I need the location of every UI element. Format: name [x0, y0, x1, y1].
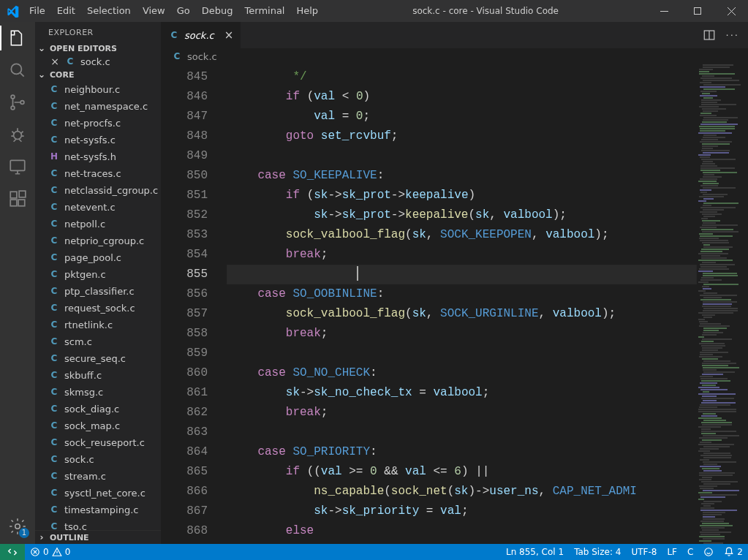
file-item[interactable]: Hnet-sysfs.h	[35, 148, 161, 165]
file-item[interactable]: Crequest_sock.c	[35, 300, 161, 317]
editor-content[interactable]: */ if (val < 0) val = 0; goto set_rcvbuf…	[227, 64, 697, 544]
explorer-icon[interactable]	[7, 28, 28, 48]
menu-go[interactable]: Go	[171, 0, 196, 22]
file-item[interactable]: Cnet-sysfs.c	[35, 132, 161, 148]
open-editors-header[interactable]: ⌄ OPEN EDITORS	[35, 42, 161, 55]
source-control-icon[interactable]	[7, 92, 28, 113]
code-line[interactable]: break;	[227, 403, 697, 423]
code-line[interactable]: if ((val >= 0 && val <= 6) ||	[227, 462, 697, 482]
text-editor[interactable]: 8458468478488498508518528538548558568578…	[161, 64, 748, 544]
chevron-down-icon: ⌄	[37, 43, 47, 53]
close-icon[interactable]: ×	[50, 56, 60, 67]
maximize-button[interactable]	[681, 0, 714, 22]
menu-terminal[interactable]: Terminal	[239, 0, 291, 22]
file-item[interactable]: Cnetpoll.c	[35, 216, 161, 232]
file-item[interactable]: Crtnetlink.c	[35, 317, 161, 333]
code-line[interactable]: else	[227, 521, 697, 541]
tab-sock-c[interactable]: C sock.c ×	[161, 22, 241, 48]
menu-selection[interactable]: Selection	[81, 0, 137, 22]
settings-gear-icon[interactable]: 1	[7, 516, 28, 537]
problems-status[interactable]: 0 0	[25, 544, 75, 560]
notifications-status[interactable]: 2	[719, 544, 748, 560]
file-item[interactable]: Cstream.c	[35, 468, 161, 485]
file-item[interactable]: Cnet-procfs.c	[35, 115, 161, 132]
file-item[interactable]: Cpage_pool.c	[35, 249, 161, 266]
file-item[interactable]: Ctso.c	[35, 518, 161, 530]
minimize-button[interactable]	[647, 0, 681, 22]
more-actions-icon[interactable]: ···	[726, 30, 739, 41]
file-item[interactable]: Csysctl_net_core.c	[35, 485, 161, 502]
open-editor-item[interactable]: ×Csock.c	[35, 55, 161, 68]
code-line[interactable]: break;	[227, 324, 697, 344]
extensions-icon[interactable]	[7, 189, 28, 209]
code-line[interactable]: break;	[227, 245, 697, 265]
code-line[interactable]: case SO_KEEPALIVE:	[227, 166, 697, 186]
menu-view[interactable]: View	[137, 0, 171, 22]
code-line[interactable]: goto set_rcvbuf;	[227, 126, 697, 146]
file-item[interactable]: Ctimestamping.c	[35, 502, 161, 518]
code-line[interactable]: val = 0;	[227, 107, 697, 126]
cursor-position[interactable]: Ln 855, Col 1	[501, 544, 569, 560]
code-line[interactable]: case SO_PRIORITY:	[227, 442, 697, 462]
file-item[interactable]: Cneighbour.c	[35, 81, 161, 98]
menu-edit[interactable]: Edit	[51, 0, 81, 22]
feedback-icon[interactable]	[698, 544, 719, 560]
file-item[interactable]: Cnetclassid_cgroup.c	[35, 182, 161, 199]
close-icon[interactable]: ×	[224, 29, 234, 42]
code-line[interactable]: sk->sk_no_check_tx = valbool;	[227, 383, 697, 403]
workspace-header[interactable]: ⌄ CORE	[35, 68, 161, 81]
code-line[interactable]: sk->sk_prot->keepalive(sk, valbool);	[227, 205, 697, 225]
eol[interactable]: LF	[662, 544, 682, 560]
code-line[interactable]: case SO_OOBINLINE:	[227, 284, 697, 304]
menu-help[interactable]: Help	[290, 0, 324, 22]
language-mode[interactable]: C	[682, 544, 698, 560]
code-line[interactable]: sock_valbool_flag(sk, SOCK_URGINLINE, va…	[227, 304, 697, 324]
svg-point-14	[705, 548, 713, 556]
file-item[interactable]: Csock_diag.c	[35, 401, 161, 417]
file-item[interactable]: Cpktgen.c	[35, 266, 161, 283]
file-item[interactable]: Cskmsg.c	[35, 384, 161, 401]
code-line[interactable]: case SO_NO_CHECK:	[227, 363, 697, 383]
file-item[interactable]: Cnetprio_cgroup.c	[35, 232, 161, 249]
outline-header[interactable]: › OUTLINE	[35, 530, 161, 544]
search-icon[interactable]	[7, 60, 28, 80]
file-item[interactable]: Csock_map.c	[35, 417, 161, 434]
menu-debug[interactable]: Debug	[196, 0, 239, 22]
file-item[interactable]: Csock_reuseport.c	[35, 434, 161, 451]
file-item[interactable]: Cnet_namespace.c	[35, 98, 161, 115]
menu-file[interactable]: File	[23, 0, 51, 22]
file-item[interactable]: Cscm.c	[35, 333, 161, 350]
c-file-icon: C	[64, 56, 76, 67]
split-editor-icon[interactable]	[703, 29, 716, 42]
file-item[interactable]: Cnet-traces.c	[35, 165, 161, 182]
file-item[interactable]: Cptp_classifier.c	[35, 283, 161, 300]
activity-bar: 1	[0, 22, 35, 544]
file-item[interactable]: Cskbuff.c	[35, 367, 161, 384]
remote-explorer-icon[interactable]	[7, 156, 28, 177]
file-name: net_namespace.c	[64, 99, 148, 114]
code-line[interactable]	[227, 146, 697, 166]
encoding[interactable]: UTF-8	[626, 544, 662, 560]
c-file-icon: C	[48, 488, 60, 499]
c-file-icon: C	[48, 202, 60, 213]
code-line[interactable]: */	[227, 67, 697, 87]
code-line[interactable]: ns_capable(sock_net(sk)->user_ns, CAP_NE…	[227, 482, 697, 502]
file-item[interactable]: Csecure_seq.c	[35, 350, 161, 367]
c-file-icon: C	[48, 454, 60, 466]
code-line[interactable]: if (sk->sk_prot->keepalive)	[227, 186, 697, 205]
debug-icon[interactable]	[7, 124, 28, 145]
code-line[interactable]	[227, 423, 697, 442]
code-line[interactable]	[227, 265, 697, 284]
minimap[interactable]	[697, 64, 748, 544]
tab-size[interactable]: Tab Size: 4	[569, 544, 626, 560]
close-button[interactable]	[714, 0, 748, 22]
file-item[interactable]: Cnetevent.c	[35, 199, 161, 216]
code-line[interactable]: sk->sk_priority = val;	[227, 502, 697, 521]
c-file-icon: C	[48, 504, 60, 516]
breadcrumb[interactable]: C sock.c	[161, 48, 748, 64]
remote-indicator[interactable]	[0, 544, 25, 560]
code-line[interactable]: if (val < 0)	[227, 87, 697, 107]
code-line[interactable]	[227, 344, 697, 363]
code-line[interactable]: sock_valbool_flag(sk, SOCK_KEEPOPEN, val…	[227, 225, 697, 245]
file-item[interactable]: Csock.c	[35, 451, 161, 468]
